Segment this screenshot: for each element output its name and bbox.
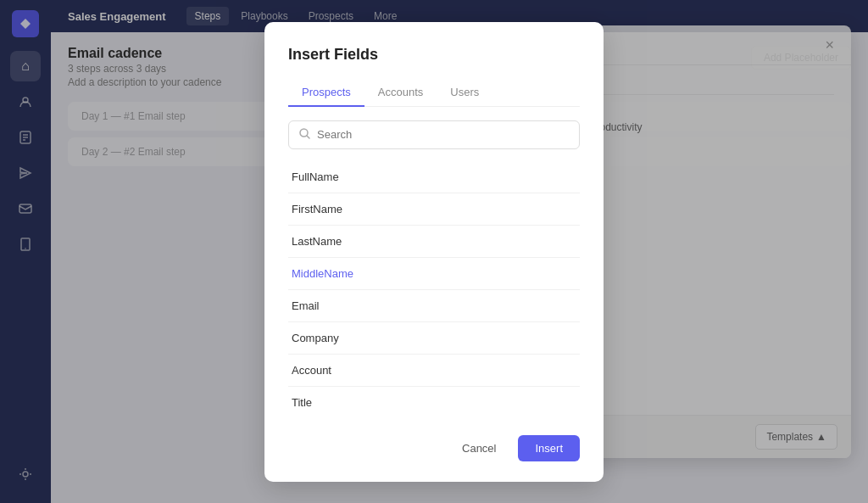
field-item-fullname[interactable]: FullName [288,161,580,193]
insert-fields-modal: Insert Fields Prospects Accounts Users F… [264,22,604,482]
modal-tabs: Prospects Accounts Users [288,79,580,107]
field-item-account[interactable]: Account [288,355,580,387]
modal-backdrop: Insert Fields Prospects Accounts Users F… [0,0,868,503]
search-input[interactable] [317,128,569,141]
field-item-firstname[interactable]: FirstName [288,193,580,226]
field-item-title[interactable]: Title [288,387,580,418]
search-box [288,120,580,149]
cancel-button[interactable]: Cancel [448,435,509,461]
tab-prospects[interactable]: Prospects [288,79,364,107]
field-list: FullName FirstName LastName MiddleName E… [288,161,580,418]
modal-title: Insert Fields [288,46,580,64]
insert-button[interactable]: Insert [518,435,580,461]
search-icon [299,128,310,142]
modal-footer: Cancel Insert [288,435,580,461]
field-item-email[interactable]: Email [288,290,580,322]
field-item-lastname[interactable]: LastName [288,226,580,258]
field-item-middlename[interactable]: MiddleName [288,258,580,290]
tab-accounts[interactable]: Accounts [364,79,437,107]
tab-users[interactable]: Users [437,79,492,107]
field-item-company[interactable]: Company [288,322,580,355]
svg-line-9 [307,136,309,138]
